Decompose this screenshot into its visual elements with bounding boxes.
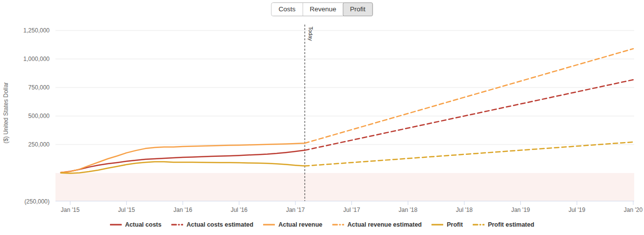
x-tick-label: Jan '20: [624, 206, 643, 213]
x-tick-label: Jul '18: [456, 206, 473, 213]
negative-plot-band: [55, 173, 634, 201]
y-tick-label: 1,000,000: [24, 56, 50, 62]
legend-label: Profit: [447, 221, 463, 228]
x-tick-label: Jan '16: [173, 206, 192, 213]
legend-swatch-profit: [431, 223, 443, 227]
x-tick-label: Jan '17: [286, 206, 305, 213]
today-label: Today: [308, 27, 314, 41]
chart-legend: Actual costsActual costs estimatedActual…: [0, 221, 644, 228]
legend-label: Actual costs estimated: [187, 221, 253, 228]
legend-item-profit[interactable]: Profit: [431, 221, 463, 228]
toolbar-button-profit[interactable]: Profit: [343, 2, 373, 16]
legend-swatch-actual-revenue: [263, 223, 275, 227]
series-line-profit-estimated: [305, 142, 633, 166]
x-tick-label: Jul '15: [118, 206, 135, 213]
series-line-actual-costs: [61, 150, 305, 173]
legend-label: Actual revenue: [278, 221, 322, 228]
legend-swatch-actual-costs-estimated: [171, 223, 183, 227]
y-tick-label: 500,000: [28, 113, 50, 119]
legend-item-actual-revenue-estimated[interactable]: Actual revenue estimated: [332, 221, 422, 228]
series-line-actual-revenue-estimated: [305, 49, 633, 143]
series-line-actual-costs-estimated: [305, 80, 633, 150]
legend-item-actual-costs-estimated[interactable]: Actual costs estimated: [171, 221, 253, 228]
legend-item-profit-estimated[interactable]: Profit estimated: [473, 221, 534, 228]
x-tick-label: Jul '16: [231, 206, 248, 213]
x-tick-label: Jan '18: [399, 206, 418, 213]
x-tick-label: Jan '19: [511, 206, 530, 213]
series-line-profit: [61, 162, 305, 174]
x-tick-label: Jul '17: [343, 206, 360, 213]
toolbar-button-costs[interactable]: Costs: [271, 3, 302, 16]
legend-label: Profit estimated: [488, 221, 534, 228]
legend-swatch-actual-costs: [110, 223, 122, 227]
toolbar-button-revenue[interactable]: Revenue: [302, 3, 343, 16]
y-tick-label: 250,000: [28, 141, 50, 148]
y-axis-title: ($) United States Dollar: [2, 82, 9, 144]
legend-swatch-profit-estimated: [473, 223, 484, 227]
chart-plot-area: (250,000)250,000500,000750,0001,000,0001…: [0, 0, 644, 235]
y-tick-label: (250,000): [25, 198, 50, 205]
chart-view-toolbar: CostsRevenueProfit: [271, 2, 373, 16]
legend-item-actual-revenue[interactable]: Actual revenue: [263, 221, 322, 228]
legend-swatch-actual-revenue-estimated: [332, 223, 344, 227]
y-tick-label: 750,000: [28, 84, 50, 91]
legend-label: Actual costs: [125, 221, 161, 228]
legend-label: Actual revenue estimated: [348, 221, 422, 228]
x-tick-label: Jul '19: [568, 206, 586, 213]
x-tick-label: Jan '15: [61, 206, 80, 213]
legend-item-actual-costs[interactable]: Actual costs: [110, 221, 161, 228]
y-tick-label: 1,250,000: [24, 27, 50, 34]
